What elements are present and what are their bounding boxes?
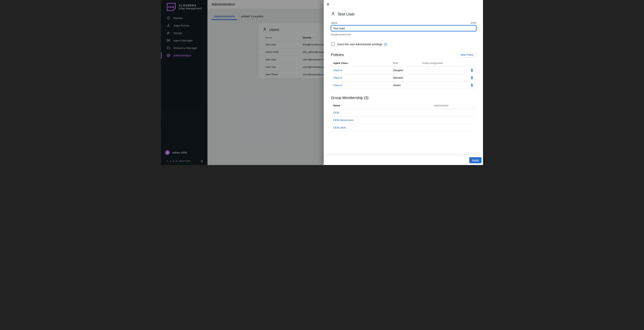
- sidebar-item-resource-manager[interactable]: Resource Manager: [161, 44, 208, 52]
- policies-table-header: Agent Class↑ Role Group Assignment: [331, 60, 476, 67]
- group-row: CEM: [331, 109, 476, 116]
- sidebar-item-monitor[interactable]: Monitor: [161, 14, 208, 22]
- policy-role-cell: Designer: [393, 69, 422, 72]
- svg-text:CEM: CEM: [168, 6, 174, 9]
- group-row: CEM-DemoUsers: [331, 116, 476, 124]
- gauge-icon: [166, 16, 170, 20]
- flow-icon: [166, 31, 170, 35]
- group-link[interactable]: CEM-DemoUsers: [333, 119, 354, 122]
- sidebar-item-label: Administration: [174, 54, 191, 57]
- delete-policy-icon[interactable]: [470, 76, 474, 80]
- policy-role-cell: Viewer: [393, 84, 422, 87]
- policy-row: Class A Designer: [331, 67, 476, 74]
- collapse-sidebar-icon[interactable]: [200, 159, 204, 163]
- name-input[interactable]: Test User: [331, 25, 476, 31]
- admin-privilege-checkbox[interactable]: [331, 43, 335, 46]
- admin-privilege-row: Grant this user Administrator privilege …: [331, 43, 476, 46]
- sidebar-item-administration[interactable]: Administration: [161, 52, 208, 59]
- sidebar-item-label: Agent Manager: [174, 39, 193, 42]
- person-icon: [331, 12, 335, 17]
- gear-icon: [166, 53, 170, 57]
- drawer-title: Test User: [338, 12, 355, 17]
- name-field-label-row: Name 9/255: [331, 22, 476, 24]
- policies-title: Policies: [331, 53, 344, 57]
- group-link[interactable]: CEM: [333, 111, 339, 114]
- sidebar-item-edge-events[interactable]: Edge Events: [161, 22, 208, 29]
- delete-policy-icon[interactable]: [470, 83, 474, 87]
- agent-class-link[interactable]: Class A: [333, 69, 342, 72]
- drawer-body: Test User Name 9/255 Test User dory@clou…: [324, 0, 483, 165]
- cem-badge-icon: CEM: [166, 3, 177, 12]
- sidebar-item-design[interactable]: Design: [161, 29, 208, 37]
- user-detail-drawer: Test User Name 9/255 Test User dory@clou…: [324, 0, 483, 165]
- brand-logo[interactable]: CEM CLOUDERA Edge Management: [161, 0, 208, 12]
- sort-ascending-icon: ↑: [348, 62, 350, 64]
- new-policy-button[interactable]: New Policy: [458, 52, 476, 58]
- name-input-value: Test User: [333, 27, 344, 30]
- agent-class-link[interactable]: Class A: [333, 84, 342, 87]
- sidebar-item-agent-manager[interactable]: Agent Manager: [161, 37, 208, 44]
- help-icon[interactable]: ?: [384, 43, 387, 46]
- drawer-footer: Apply: [324, 155, 483, 165]
- sidebar-item-label: Monitor: [174, 17, 183, 20]
- brand-text: CLOUDERA Edge Management: [179, 4, 202, 10]
- policy-role-cell: Operator: [393, 76, 422, 79]
- column-header-role[interactable]: Role: [393, 62, 422, 64]
- brand-product: Edge Management: [179, 7, 202, 10]
- avatar: A: [165, 150, 170, 155]
- cloudera-edge-management-app: CEM CLOUDERA Edge Management Monitor: [161, 0, 483, 165]
- current-user-name: Admin EFM: [172, 151, 187, 154]
- char-counter: 9/255: [471, 22, 476, 24]
- column-header-agent-class[interactable]: Agent Class↑: [331, 62, 393, 64]
- layers-brackets-icon: [166, 39, 170, 42]
- sidebar-item-label: Edge Events: [174, 24, 189, 27]
- group-row: CEM-JAVA: [331, 124, 476, 131]
- identity-helper-text: dory@cloudera.com: [331, 33, 476, 36]
- groups-table-header: Name↑ Administrator: [331, 102, 476, 109]
- brand-name: CLOUDERA: [179, 4, 202, 7]
- delete-policy-icon[interactable]: [470, 68, 474, 72]
- current-user-menu[interactable]: A Admin EFM: [161, 148, 208, 157]
- sidebar-item-label: Resource Manager: [174, 46, 198, 50]
- drawer-title-row: Test User: [331, 12, 476, 17]
- admin-privilege-label: Grant this user Administrator privilege: [337, 43, 382, 46]
- column-header-group-assignment[interactable]: Group Assignment: [422, 62, 467, 64]
- column-header-group-administrator[interactable]: Administrator: [434, 104, 476, 107]
- policy-row: Class A Viewer: [331, 81, 476, 89]
- policies-header-row: Policies New Policy: [331, 52, 476, 58]
- group-link[interactable]: CEM-JAVA: [333, 126, 346, 129]
- share-node-icon: [166, 24, 170, 27]
- app-version: 2.2.0.0-SNAPSHOT: [166, 160, 191, 162]
- sort-ascending-icon: ↑: [341, 104, 342, 107]
- group-membership-header-row: Group Membership (3): [331, 96, 476, 100]
- apply-button[interactable]: Apply: [469, 157, 482, 163]
- agent-class-link[interactable]: Class A: [333, 76, 342, 79]
- sidebar-item-label: Design: [174, 31, 182, 35]
- name-field-label: Name: [331, 22, 338, 24]
- sidebar-footer: 2.2.0.0-SNAPSHOT: [161, 158, 208, 165]
- folder-icon: [166, 46, 170, 50]
- group-membership-title: Group Membership (3): [331, 96, 368, 100]
- svg-text:?: ?: [385, 43, 386, 45]
- policy-row: Class A Operator: [331, 74, 476, 81]
- column-header-group-name[interactable]: Name↑: [331, 104, 434, 107]
- sidebar: CEM CLOUDERA Edge Management Monitor: [161, 0, 208, 165]
- sidebar-nav: Monitor Edge Events Desi: [161, 14, 208, 59]
